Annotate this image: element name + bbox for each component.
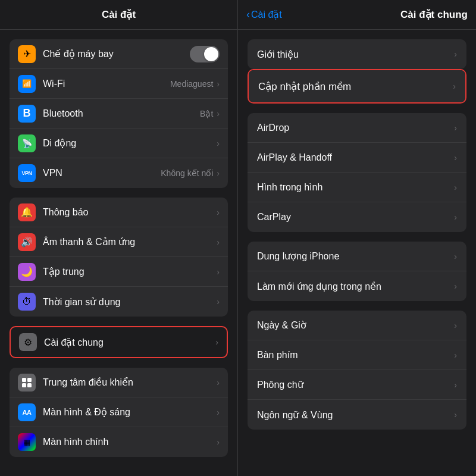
wifi-chevron: › <box>217 79 220 89</box>
update-row[interactable]: Cập nhật phần mềm › <box>249 70 465 102</box>
carplay-label: CarPlay <box>257 212 454 223</box>
storage-label: Dung lượng iPhone <box>257 250 454 262</box>
about-row[interactable]: Giới thiệu › <box>248 39 466 69</box>
display-label: Màn hình & Độ sáng <box>43 406 217 418</box>
language-row[interactable]: Ngôn ngữ & Vùng › <box>248 400 466 430</box>
pip-chevron: › <box>454 183 457 192</box>
carplay-row[interactable]: CarPlay › <box>248 202 466 232</box>
mobile-label: Di động <box>43 137 217 149</box>
focus-chevron: › <box>217 267 220 277</box>
background-label: Làm mới ứng dụng trong nền <box>257 281 454 292</box>
pip-row[interactable]: Hình trong hình › <box>248 173 466 202</box>
about-label: Giới thiệu <box>257 49 454 60</box>
carplay-chevron: › <box>454 212 457 222</box>
datetime-section: Ngày & Giờ › Bàn phím › Phông chữ › Ngôn… <box>248 311 466 430</box>
airdrop-label: AirDrop <box>257 123 454 133</box>
general-row[interactable]: ⚙ Cài đặt chung › <box>11 327 227 357</box>
vpn-row[interactable]: VPN VPN Không kết nối › <box>10 158 228 188</box>
svg-rect-2 <box>22 383 26 387</box>
storage-row[interactable]: Dung lượng iPhone › <box>248 242 466 271</box>
wifi-icon: 📶 <box>18 75 36 93</box>
language-label: Ngôn ngữ & Vùng <box>257 409 454 421</box>
airplane-toggle[interactable] <box>190 46 220 62</box>
notifications-row[interactable]: 🔔 Thông báo › <box>10 198 228 227</box>
sharing-section: AirDrop › AirPlay & Handoff › Hình trong… <box>248 113 466 232</box>
display-chevron: › <box>217 408 220 417</box>
notifications-chevron: › <box>217 208 220 217</box>
wifi-value: Mediaguest <box>170 79 213 89</box>
svg-rect-0 <box>22 378 26 382</box>
background-chevron: › <box>454 281 457 291</box>
mobile-chevron: › <box>217 139 220 148</box>
update-chevron: › <box>453 82 456 91</box>
homescreen-icon: ▦ <box>18 433 36 451</box>
notifications-section: 🔔 Thông báo › 🔊 Âm thanh & Cảm ứng › 🌙 T… <box>10 198 228 317</box>
keyboard-chevron: › <box>454 350 457 360</box>
svg-rect-3 <box>27 383 32 387</box>
airdrop-chevron: › <box>454 123 457 133</box>
airdrop-row[interactable]: AirDrop › <box>248 113 466 143</box>
control-row[interactable]: Trung tâm điều khiển › <box>10 368 228 397</box>
back-chevron-icon: ‹ <box>246 8 250 21</box>
font-chevron: › <box>454 380 457 390</box>
pip-label: Hình trong hình <box>257 182 454 193</box>
control-icon <box>18 374 36 392</box>
datetime-row[interactable]: Ngày & Giờ › <box>248 311 466 340</box>
language-chevron: › <box>454 410 457 419</box>
notifications-label: Thông báo <box>43 207 217 218</box>
left-scroll: ✈ Chế độ máy bay 📶 Wi-Fi Mediaguest › B … <box>0 30 237 476</box>
bluetooth-row[interactable]: B Bluetooth Bật › <box>10 99 228 129</box>
background-row[interactable]: Làm mới ứng dụng trong nền › <box>248 271 466 301</box>
airplane-row[interactable]: ✈ Chế độ máy bay <box>10 39 228 69</box>
focus-row[interactable]: 🌙 Tập trung › <box>10 257 228 287</box>
keyboard-label: Bàn phím <box>257 350 454 361</box>
font-row[interactable]: Phông chữ › <box>248 370 466 400</box>
general-chevron: › <box>215 337 218 347</box>
left-title: Cài đặt <box>102 8 136 21</box>
airplane-icon: ✈ <box>18 45 36 63</box>
mobile-row[interactable]: 📡 Di động › <box>10 129 228 158</box>
datetime-label: Ngày & Giờ <box>257 320 454 331</box>
right-panel: ‹ Cài đặt Cài đặt chung Giới thiệu › Cập… <box>238 0 476 476</box>
notifications-icon: 🔔 <box>18 203 36 221</box>
datetime-chevron: › <box>454 321 457 330</box>
right-title: Cài đặt chung <box>287 8 468 21</box>
wifi-row[interactable]: 📶 Wi-Fi Mediaguest › <box>10 69 228 99</box>
display-row[interactable]: AA Màn hình & Độ sáng › <box>10 397 228 427</box>
general-icon: ⚙ <box>19 333 37 351</box>
sound-icon: 🔊 <box>18 233 36 251</box>
bluetooth-value: Bật <box>200 109 213 118</box>
right-scroll: Giới thiệu › Cập nhật phần mềm › AirDrop… <box>238 30 476 476</box>
airplay-label: AirPlay & Handoff <box>257 152 454 163</box>
bottom-section: Trung tâm điều khiển › AA Màn hình & Độ … <box>10 368 228 457</box>
airplane-label: Chế độ máy bay <box>43 48 190 60</box>
control-chevron: › <box>217 378 220 387</box>
sound-chevron: › <box>217 237 220 247</box>
network-section: ✈ Chế độ máy bay 📶 Wi-Fi Mediaguest › B … <box>10 39 228 188</box>
general-label: Cài đặt chung <box>44 337 215 348</box>
bluetooth-chevron: › <box>217 109 220 118</box>
left-header: Cài đặt <box>0 0 237 30</box>
back-button[interactable]: ‹ Cài đặt <box>246 8 282 21</box>
vpn-icon: VPN <box>18 164 36 182</box>
airplay-row[interactable]: AirPlay & Handoff › <box>248 143 466 173</box>
homescreen-label: Màn hình chính <box>43 437 217 447</box>
about-section: Giới thiệu › <box>248 39 466 69</box>
keyboard-row[interactable]: Bàn phím › <box>248 340 466 370</box>
sound-row[interactable]: 🔊 Âm thanh & Cảm ứng › <box>10 227 228 257</box>
focus-label: Tập trung <box>43 266 217 277</box>
storage-section: Dung lượng iPhone › Làm mới ứng dụng tro… <box>248 242 466 301</box>
wifi-label: Wi-Fi <box>43 79 170 89</box>
homescreen-row[interactable]: ▦ Màn hình chính › <box>10 427 228 457</box>
bluetooth-icon: B <box>18 105 36 123</box>
left-panel: Cài đặt ✈ Chế độ máy bay 📶 Wi-Fi Mediagu… <box>0 0 238 476</box>
screentime-row[interactable]: ⏱ Thời gian sử dụng › <box>10 287 228 317</box>
mobile-icon: 📡 <box>18 134 36 152</box>
display-icon: AA <box>18 403 36 421</box>
airplay-chevron: › <box>454 153 457 162</box>
storage-chevron: › <box>454 252 457 261</box>
vpn-chevron: › <box>217 168 220 178</box>
bluetooth-label: Bluetooth <box>43 108 200 119</box>
control-label: Trung tâm điều khiển <box>43 377 217 388</box>
svg-rect-1 <box>27 378 32 382</box>
